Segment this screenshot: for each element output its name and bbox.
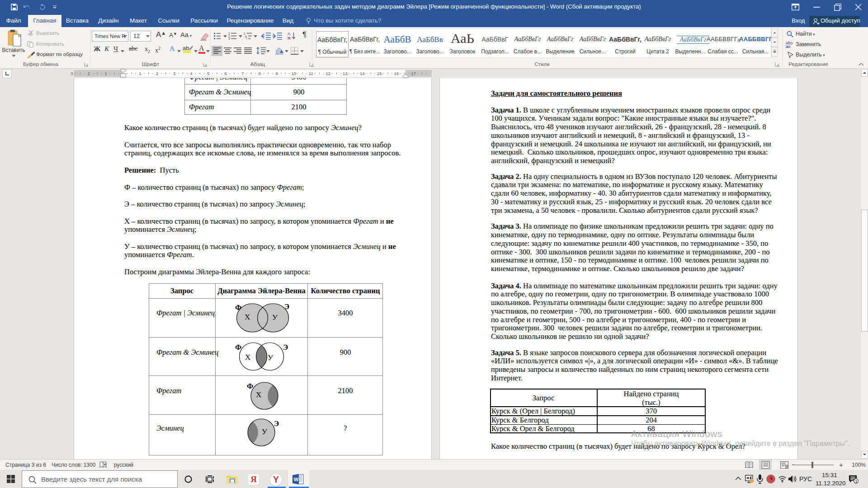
svg-text:14: 14 bbox=[360, 71, 365, 76]
svg-text:4: 4 bbox=[190, 71, 193, 76]
svg-text:Э: Э bbox=[274, 419, 279, 428]
svg-text:8: 8 bbox=[259, 71, 261, 76]
svg-text:ab: ab bbox=[183, 45, 189, 52]
svg-text:17: 17 bbox=[411, 71, 416, 76]
svg-text:1: 1 bbox=[855, 479, 858, 484]
svg-text:Ф: Ф bbox=[235, 343, 241, 352]
svg-text:11: 11 bbox=[309, 71, 313, 76]
svg-text:9: 9 bbox=[276, 71, 278, 76]
svg-text:А: А bbox=[288, 32, 290, 36]
svg-text:6: 6 bbox=[224, 71, 226, 76]
svg-text:i: i bbox=[246, 37, 247, 40]
svg-text:Ф: Ф bbox=[235, 303, 241, 312]
svg-text:3: 3 bbox=[228, 37, 230, 40]
svg-text:Э: Э bbox=[283, 343, 288, 352]
svg-text:X: X bbox=[245, 313, 250, 321]
svg-text:12: 12 bbox=[326, 71, 330, 76]
svg-text:15: 15 bbox=[377, 71, 382, 76]
svg-text:2: 2 bbox=[156, 71, 158, 76]
svg-text:13: 13 bbox=[343, 71, 348, 76]
svg-text:Я: Я bbox=[288, 36, 291, 40]
svg-text:2: 2 bbox=[88, 71, 90, 76]
svg-text:3: 3 bbox=[71, 71, 73, 76]
svg-text:1: 1 bbox=[105, 71, 107, 76]
svg-text:Э: Э bbox=[284, 302, 289, 311]
svg-text:У: У bbox=[272, 313, 278, 322]
svg-text:10: 10 bbox=[292, 71, 297, 76]
svg-text:ac: ac bbox=[786, 44, 791, 48]
svg-text:1: 1 bbox=[139, 71, 141, 76]
svg-text:5: 5 bbox=[207, 71, 209, 76]
svg-text:Ф: Ф bbox=[247, 382, 253, 390]
svg-text:У: У bbox=[268, 353, 274, 362]
svg-text:7: 7 bbox=[241, 71, 244, 76]
svg-text:W: W bbox=[294, 477, 299, 482]
svg-text:X: X bbox=[245, 353, 250, 361]
svg-text:X: X bbox=[256, 390, 261, 399]
svg-text:3: 3 bbox=[173, 71, 175, 76]
svg-text:У: У bbox=[262, 427, 268, 436]
svg-text:16: 16 bbox=[394, 71, 399, 76]
